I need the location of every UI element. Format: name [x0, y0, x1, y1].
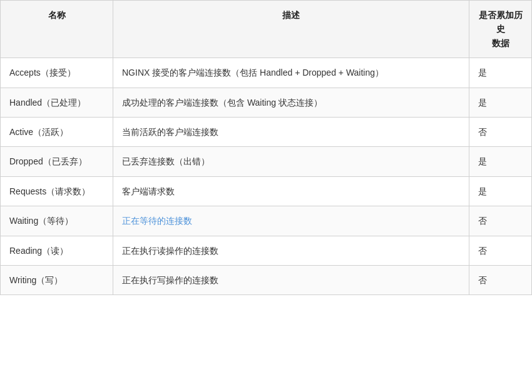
cell-cumulative: 否 — [469, 206, 532, 236]
metrics-table: 名称 描述 是否累加历史 数据 Accepts（接受）NGINX 接受的客户端连… — [0, 0, 532, 295]
table-row: Reading（读）正在执行读操作的连接数否 — [1, 236, 532, 265]
description-link[interactable]: 正在等待的连接数 — [122, 216, 192, 226]
table-row: Requests（请求数）客户端请求数是 — [1, 176, 532, 206]
cell-name: Active（活跃） — [1, 117, 113, 146]
table-row: Writing（写）正在执行写操作的连接数否 — [1, 265, 532, 294]
table-header-row: 名称 描述 是否累加历史 数据 — [1, 1, 532, 58]
cell-description: NGINX 接受的客户端连接数（包括 Handled + Dropped + W… — [113, 58, 469, 88]
cell-name: Requests（请求数） — [1, 176, 113, 206]
cell-name: Waiting（等待） — [1, 206, 113, 236]
table-row: Accepts（接受）NGINX 接受的客户端连接数（包括 Handled + … — [1, 58, 532, 88]
cell-cumulative: 否 — [469, 265, 532, 294]
cell-name: Reading（读） — [1, 236, 113, 265]
cell-name: Handled（已处理） — [1, 88, 113, 117]
cell-description: 正在执行读操作的连接数 — [113, 236, 469, 265]
cell-cumulative: 否 — [469, 236, 532, 265]
header-cumulative: 是否累加历史 数据 — [469, 1, 532, 58]
table-row: Active（活跃）当前活跃的客户端连接数否 — [1, 117, 532, 146]
cell-description: 成功处理的客户端连接数（包含 Waiting 状态连接） — [113, 88, 469, 117]
table-row: Waiting（等待）正在等待的连接数否 — [1, 206, 532, 236]
cell-description: 客户端请求数 — [113, 176, 469, 206]
cell-cumulative: 是 — [469, 88, 532, 117]
cell-cumulative: 否 — [469, 117, 532, 146]
cell-description: 当前活跃的客户端连接数 — [113, 117, 469, 146]
cell-name: Accepts（接受） — [1, 58, 113, 88]
cell-cumulative: 是 — [469, 147, 532, 176]
table-row: Handled（已处理）成功处理的客户端连接数（包含 Waiting 状态连接）… — [1, 88, 532, 117]
cell-name: Dropped（已丢弃） — [1, 147, 113, 176]
cell-description: 已丢弃连接数（出错） — [113, 147, 469, 176]
header-description: 描述 — [113, 1, 469, 58]
header-name: 名称 — [1, 1, 113, 58]
cell-name: Writing（写） — [1, 265, 113, 294]
cell-description: 正在执行写操作的连接数 — [113, 265, 469, 294]
cell-description[interactable]: 正在等待的连接数 — [113, 206, 469, 236]
table-row: Dropped（已丢弃）已丢弃连接数（出错）是 — [1, 147, 532, 176]
cell-cumulative: 是 — [469, 58, 532, 88]
cell-cumulative: 是 — [469, 176, 532, 206]
